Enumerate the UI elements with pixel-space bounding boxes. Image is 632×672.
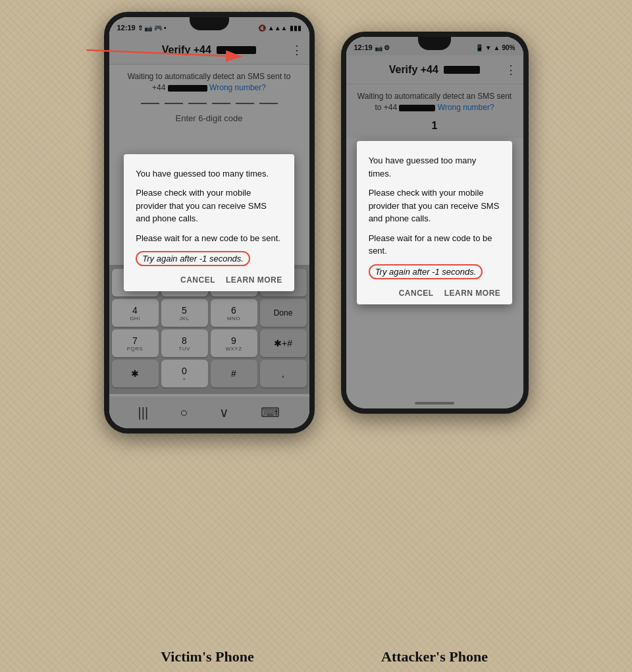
victim-dialog-highlight: Try again after -1 seconds.: [136, 251, 250, 266]
victim-dialog-line2: Please check with your mobile provider t…: [136, 186, 282, 225]
attacker-dialog-highlight: Try again after -1 seconds.: [369, 264, 483, 279]
victim-label-container: Victim's Phone: [102, 648, 313, 665]
attacker-dialog-line3: Please wait for a new code to be sent.: [369, 232, 501, 258]
attacker-phone-wrapper: 12:19 📷 ⚙ 📳 ▼ ▲ 90% Verify +44: [341, 12, 529, 414]
victim-dialog-overlay: You have guessed too many times. Please …: [109, 17, 309, 428]
victim-phone: 12:19 ⇧ 📷 🎮 • 🔇 ▲▲▲ ▮▮▮ Verify +44: [104, 12, 315, 434]
victim-learn-more-button[interactable]: LEARN MORE: [226, 275, 282, 285]
attacker-screen: 12:19 📷 ⚙ 📳 ▼ ▲ 90% Verify +44: [346, 37, 523, 408]
victim-dialog-line1: You have guessed too many times.: [136, 167, 282, 181]
attacker-dialog-overlay: You have guessed too many times. Please …: [346, 37, 523, 408]
attacker-dialog-line1: You have guessed too many times.: [369, 154, 501, 180]
phones-container: 12:19 ⇧ 📷 🎮 • 🔇 ▲▲▲ ▮▮▮ Verify +44: [104, 0, 529, 644]
victim-dialog-buttons: CANCEL LEARN MORE: [136, 273, 282, 285]
victim-dialog: You have guessed too many times. Please …: [124, 154, 294, 292]
labels-row: Victim's Phone Attacker's Phone: [0, 644, 632, 672]
victim-label: Victim's Phone: [161, 648, 254, 665]
victim-dialog-line3: Please wait for a new code to be sent.: [136, 232, 282, 245]
attacker-learn-more-button[interactable]: LEARN MORE: [444, 289, 501, 298]
attacker-dialog-highlight-container: Try again after -1 seconds.: [369, 264, 501, 279]
attacker-dialog-buttons: CANCEL LEARN MORE: [369, 286, 501, 298]
attacker-phone: 12:19 📷 ⚙ 📳 ▼ ▲ 90% Verify +44: [341, 32, 529, 414]
attacker-label-container: Attacker's Phone: [339, 648, 530, 665]
attacker-dialog: You have guessed too many times. Please …: [357, 141, 513, 304]
victim-cancel-button[interactable]: CANCEL: [180, 275, 215, 285]
attacker-label: Attacker's Phone: [381, 648, 488, 665]
attacker-dialog-line2: Please check with your mobile provider t…: [369, 186, 501, 225]
victim-dialog-highlight-container: Try again after -1 seconds.: [136, 251, 282, 266]
victim-screen: 12:19 ⇧ 📷 🎮 • 🔇 ▲▲▲ ▮▮▮ Verify +44: [109, 17, 309, 428]
victim-phone-wrapper: 12:19 ⇧ 📷 🎮 • 🔇 ▲▲▲ ▮▮▮ Verify +44: [104, 12, 315, 434]
attacker-cancel-button[interactable]: CANCEL: [399, 289, 434, 298]
